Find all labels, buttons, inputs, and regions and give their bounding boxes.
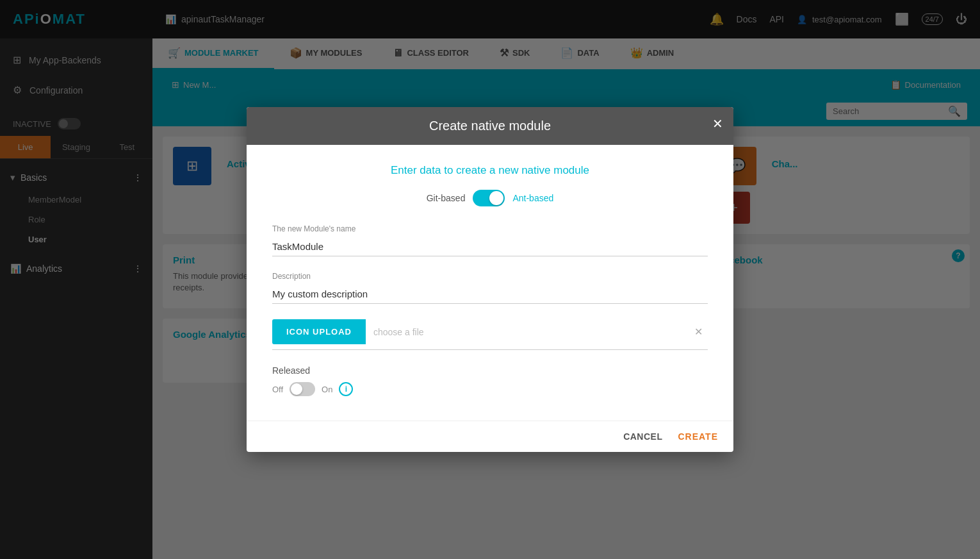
module-name-label: The new Module's name [272,224,708,233]
released-toggle-row: Off On i [272,382,708,396]
icon-upload-row: ICON UPLOAD choose a file ✕ [272,319,708,350]
released-section: Released Off On i [272,365,708,396]
modal-title: Create native module [429,119,551,133]
released-on-label: On [322,385,332,394]
git-label: Git-based [427,193,466,203]
description-label: Description [272,272,708,281]
module-name-input[interactable] [272,237,708,256]
modal-footer: CANCEL CREATE [247,421,733,452]
create-native-module-modal: Create native module ✕ Enter data to cre… [247,107,733,452]
released-toggle[interactable] [290,382,315,396]
git-ant-toggle-row: Git-based Ant-based [272,190,708,206]
upload-clear-button[interactable]: ✕ [689,326,708,338]
released-label: Released [272,365,708,376]
modal-overlay[interactable]: Create native module ✕ Enter data to cre… [0,0,980,559]
toggle-knob [489,191,503,205]
upload-filename: choose a file [366,327,689,337]
description-input[interactable] [272,285,708,304]
create-button[interactable]: CREATE [678,431,718,442]
toggle-knob [291,383,302,395]
icon-upload-button[interactable]: ICON UPLOAD [272,319,366,344]
modal-close-button[interactable]: ✕ [712,116,723,131]
git-ant-toggle[interactable] [473,190,505,206]
released-info-icon[interactable]: i [339,382,353,396]
modal-subtitle: Enter data to create a new native module [272,164,708,177]
modal-header: Create native module ✕ [247,107,733,145]
ant-label: Ant-based [512,193,553,203]
cancel-button[interactable]: CANCEL [623,431,662,442]
description-field-group: Description [272,272,708,304]
released-off-label: Off [272,385,283,394]
module-name-field-group: The new Module's name [272,224,708,256]
modal-body: Enter data to create a new native module… [247,145,733,421]
